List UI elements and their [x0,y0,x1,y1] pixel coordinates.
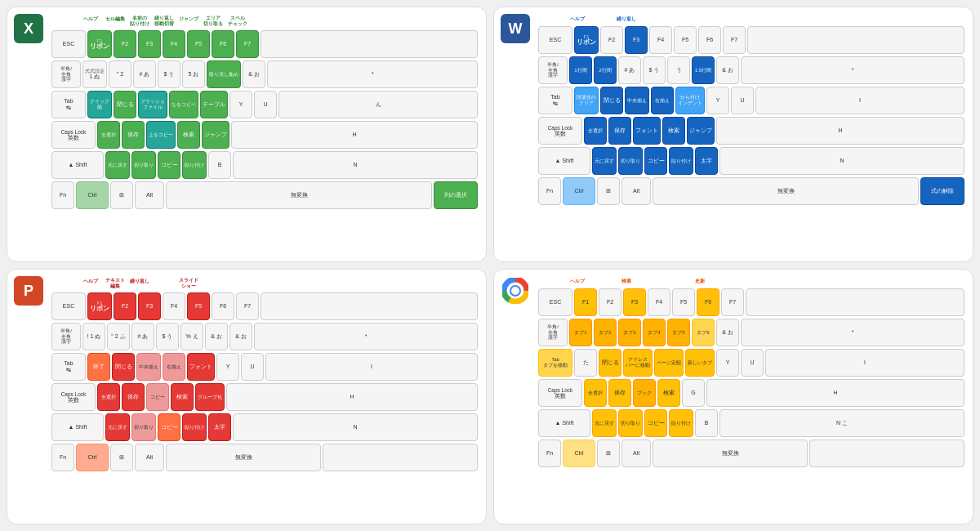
key-5-w[interactable]: う [667,56,690,84]
key-a-c[interactable]: 全選択 [584,379,607,407]
key-col-select[interactable]: 列の選択 [434,181,478,209]
key-win-c[interactable]: ⊞ [597,440,620,467]
key-esc-w[interactable]: ESC [538,26,572,54]
key-f6[interactable]: F6 [212,30,234,58]
key-3-c[interactable]: タブ3 [618,319,641,346]
key-i-p[interactable]: I [265,353,478,381]
key-8-c[interactable]: * [741,319,964,346]
key-a-p[interactable]: 全選択 [97,383,120,411]
key-f2-p[interactable]: F2 [114,292,136,320]
key-3-w[interactable]: # あ [618,56,641,84]
key-c-w[interactable]: コピー [644,147,667,175]
key-hankaku[interactable]: 半角/全角漢字 [51,60,81,88]
key-tab-p[interactable]: Tab↹ [51,353,86,381]
key-shift-p[interactable]: ▲ Shift [51,413,104,441]
key-f7-w[interactable]: F7 [723,26,746,54]
key-hankaku-p[interactable]: 半角/全角漢字 [51,323,81,350]
key-7-w[interactable]: & お [716,56,739,84]
key-u-w[interactable]: U [731,87,754,114]
key-i[interactable]: ん [278,91,478,118]
key-r-p[interactable]: 右揃え [163,353,185,381]
key-u-c[interactable]: U [741,349,764,377]
key-x-c[interactable]: 切り取り [618,409,643,437]
key-q[interactable]: クイック能 [87,91,112,118]
key-1-p[interactable]: ! 1 ぬ [82,323,105,350]
key-f2-w[interactable]: F2 [600,26,623,54]
key-c-c[interactable]: コピー [644,409,667,437]
key-f8-c[interactable] [746,288,964,316]
key-t[interactable]: テーブル [200,91,228,118]
key-7-p[interactable]: & お [229,323,252,350]
key-alt-c[interactable]: Alt [621,440,651,467]
key-4[interactable]: $ う [158,60,180,88]
key-i-w[interactable]: I [755,87,964,114]
key-b-w[interactable]: 太字 [695,147,718,175]
key-w-p[interactable]: 閉じる [112,353,135,381]
key-5[interactable]: 5 お [182,60,205,88]
key-1-c[interactable]: タブ1 [569,319,592,346]
key-end-p[interactable] [323,444,478,471]
key-z[interactable]: 元に戻す [105,151,130,179]
key-shift-w[interactable]: ▲ Shift [538,147,590,175]
key-f5-p[interactable]: F5 [187,292,210,320]
key-g[interactable]: ジャンプ [202,121,229,149]
key-6-w[interactable]: 1.5行間 [692,56,715,84]
key-g-p[interactable]: グループ化 [195,383,225,411]
key-fn-w[interactable]: Fn [538,177,561,205]
key-d[interactable]: 上をコピー [146,121,176,149]
key-z-c[interactable]: 元に戻す [592,409,617,437]
key-f4-c[interactable]: F4 [648,288,670,316]
key-esc-c[interactable]: ESC [538,288,572,316]
key-7[interactable]: & お [243,60,265,88]
key-g-c[interactable]: G [682,379,705,407]
key-shift[interactable]: ▲ Shift [51,151,104,179]
key-3-p[interactable]: # あ [131,323,154,350]
key-s[interactable]: 保存 [122,121,145,149]
key-2-p[interactable]: " 2 ふ [107,323,130,350]
key-2-c[interactable]: タブ2 [594,319,617,346]
key-e-w[interactable]: 中央揃え [625,87,649,114]
key-f3-p[interactable]: F3 [138,292,161,320]
key-x-p[interactable]: 切り取り [131,413,156,441]
key-d-p[interactable]: コピー [146,383,169,411]
key-8-p[interactable]: * [254,323,478,350]
key-e-p[interactable]: 中央揃え [136,353,161,381]
key-fn-p[interactable]: Fn [51,444,74,471]
key-w-c[interactable]: 閉じる [599,349,621,377]
key-capslock[interactable]: Caps Lock英数 [51,121,96,149]
key-f8[interactable] [261,30,478,58]
key-capslock-c[interactable]: Caps Lock英数 [538,379,582,407]
key-5-p[interactable]: % え [180,323,203,350]
key-hankaku-c[interactable]: 半角/全角漢字 [538,319,568,346]
key-4-w[interactable]: $ う [643,56,666,84]
key-u[interactable]: U [254,91,277,118]
key-s-w[interactable]: 保存 [608,117,631,145]
key-tab[interactable]: Tab↹ [51,91,86,118]
key-7-c[interactable]: & お [716,319,739,346]
key-d-w[interactable]: フォント [633,117,661,145]
key-b-p[interactable]: 太字 [208,413,231,441]
key-fn[interactable]: Fn [51,181,74,209]
key-e-c[interactable]: アドレスバーに移動 [623,349,653,377]
key-f3-w[interactable]: F3 [625,26,648,54]
key-4-p[interactable]: $ う [156,323,179,350]
key-ctrl-p[interactable]: Ctrl [76,444,109,471]
key-f1-w[interactable]: F1リボン [574,26,599,54]
key-f1-p[interactable]: F1リボン [87,292,112,320]
key-t-p[interactable]: フォント [187,353,215,381]
key-f5-w[interactable]: F5 [674,26,697,54]
key-win-p[interactable]: ⊞ [110,444,133,471]
key-ctrl-w[interactable]: Ctrl [563,177,595,205]
key-h-w[interactable]: H [716,117,964,145]
key-f7[interactable]: F7 [236,30,259,58]
key-v-c[interactable]: 貼り付け [669,409,693,437]
key-f-p[interactable]: 検索 [171,383,194,411]
key-shift-c[interactable]: ▲ Shift [538,409,590,437]
key-f[interactable]: 検索 [177,121,200,149]
key-z-w[interactable]: 元に戻す [592,147,617,175]
key-2-w[interactable]: 2行間 [594,56,617,84]
key-hankaku-w[interactable]: 半角/全角漢字 [538,56,568,84]
key-n-p[interactable]: N [233,413,478,441]
key-capslock-p[interactable]: Caps Lock英数 [51,383,96,411]
key-alt-w[interactable]: Alt [621,177,651,205]
